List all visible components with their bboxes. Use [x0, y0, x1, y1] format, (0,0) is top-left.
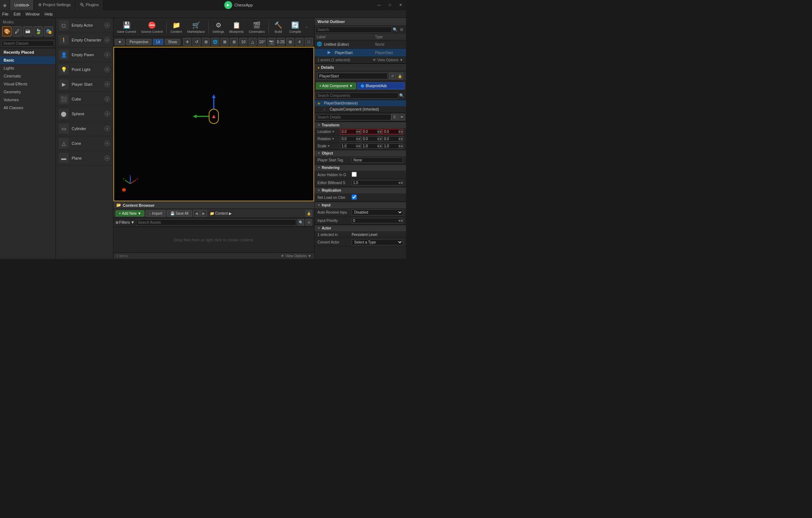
comp-search-icon[interactable]: 🔍: [398, 92, 405, 99]
add-cone-btn[interactable]: +: [104, 140, 110, 146]
tab-untitled[interactable]: Untitled•: [10, 0, 34, 10]
grid-size[interactable]: 10: [239, 38, 247, 46]
comp-item-playerstart[interactable]: ◈ PlayerStart(Instance): [315, 100, 406, 106]
maximize-viewport-btn[interactable]: □: [305, 38, 313, 46]
det-filter-icon[interactable]: ☰: [391, 114, 398, 120]
mode-place[interactable]: 🎨: [2, 26, 12, 36]
tab-project-settings[interactable]: ⚙ Project Settings: [34, 0, 75, 10]
place-item-point-light[interactable]: 💡 Point Light +: [56, 62, 113, 77]
cb-settings-btn[interactable]: ⚙: [306, 219, 312, 225]
rotate-icon[interactable]: ↺: [193, 38, 200, 46]
auto-receive-select[interactable]: Disabled: [352, 209, 403, 215]
source-control-button[interactable]: ⛔ Source Control: [139, 19, 165, 36]
cb-back-btn[interactable]: ◀: [193, 210, 200, 216]
marketplace-button[interactable]: 🛒 Marketplace: [185, 19, 207, 36]
location-y-spinner[interactable]: ◄►: [377, 129, 382, 134]
input-priority-input[interactable]: [352, 218, 398, 223]
rotation-y-input[interactable]: [362, 137, 377, 141]
triangle-icon[interactable]: △: [249, 38, 257, 46]
build-button[interactable]: 🔨 Build: [270, 19, 287, 36]
scale-icon[interactable]: ⊞: [202, 38, 210, 46]
transform-section-header[interactable]: ▼ Transform: [315, 122, 406, 128]
close-button[interactable]: ✕: [395, 0, 406, 10]
viewport-dropdown-btn[interactable]: ▼: [115, 39, 125, 45]
category-lights[interactable]: Lights: [0, 64, 55, 72]
layers-count[interactable]: 4: [296, 38, 303, 46]
toolbar-expand-button[interactable]: »: [304, 19, 309, 36]
show-btn[interactable]: Show: [165, 39, 180, 45]
input-section-header[interactable]: ▼ Input: [315, 202, 406, 208]
wo-view-options-btn[interactable]: 👁 View Options ▼: [373, 58, 403, 62]
cb-search-btn[interactable]: 🔍: [298, 219, 304, 225]
rotation-y-spinner[interactable]: ◄►: [377, 137, 382, 141]
lit-btn[interactable]: Lit: [153, 39, 163, 45]
menu-file[interactable]: File: [2, 12, 9, 16]
rotation-z-spinner[interactable]: ◄►: [398, 137, 403, 141]
category-basic[interactable]: Basic: [0, 56, 55, 64]
convert-actor-select[interactable]: Select a Type: [352, 239, 403, 245]
scale-z-spinner[interactable]: ◄►: [398, 144, 403, 148]
det-eye-icon[interactable]: 👁: [398, 114, 405, 120]
content-browser-header[interactable]: 📂 Content Browser: [113, 202, 314, 209]
mode-geometry[interactable]: 🎭: [44, 26, 53, 36]
place-item-player-start[interactable]: ▶ Player Start +: [56, 77, 113, 92]
rendering-section-header[interactable]: ▼ Rendering: [315, 164, 406, 171]
wo-row-untitled[interactable]: 🌐 Untitled (Editor) World: [315, 40, 406, 49]
billboard-value-input[interactable]: [352, 180, 398, 185]
search-classes-input[interactable]: [1, 40, 54, 46]
details-refresh-icon[interactable]: ↺: [389, 73, 396, 79]
location-dropdown-icon[interactable]: ▼: [332, 130, 335, 133]
save-current-button[interactable]: 💾 Save Current: [115, 19, 138, 36]
rotation-z-input[interactable]: [383, 137, 398, 141]
details-lock-icon[interactable]: 🔒: [397, 73, 403, 79]
place-item-sphere[interactable]: ⬤ Sphere +: [56, 107, 113, 121]
category-volumes[interactable]: Volumes: [0, 96, 55, 104]
save-all-button[interactable]: 💾 Save All: [167, 210, 192, 216]
scale-x-input[interactable]: [340, 144, 356, 148]
location-x-input[interactable]: [340, 129, 356, 134]
import-button[interactable]: ↓ Import: [146, 210, 165, 216]
tab-plugins[interactable]: 🔌 Plugins: [75, 0, 103, 10]
cinematics-button[interactable]: 🎬 Cinematics: [247, 19, 267, 36]
location-z-spinner[interactable]: ◄►: [398, 129, 403, 134]
scale-y-input[interactable]: [362, 144, 377, 148]
perspective-btn[interactable]: Perspective: [126, 39, 152, 45]
cb-lock-btn[interactable]: 🔒: [306, 210, 312, 216]
scale-x-spinner[interactable]: ◄►: [356, 144, 360, 148]
add-sphere-btn[interactable]: +: [104, 111, 110, 117]
location-z-input[interactable]: [383, 129, 398, 134]
wo-row-playerstart[interactable]: ▶ PlayerStart PlayerStart: [315, 49, 406, 57]
replication-section-header[interactable]: ▼ Replication: [315, 187, 406, 193]
net-load-checkbox[interactable]: [352, 195, 357, 200]
wo-search-icon[interactable]: 🔍: [392, 26, 398, 33]
add-empty-character-btn[interactable]: +: [104, 37, 110, 43]
camera-speed-icon[interactable]: 📷: [267, 38, 275, 46]
details-name-input[interactable]: [317, 73, 388, 79]
billboard-spinner[interactable]: ◄►: [398, 181, 403, 184]
world-icon[interactable]: 🌐: [211, 38, 219, 46]
wo-settings-icon[interactable]: ⚙: [398, 26, 405, 33]
scale-y-spinner[interactable]: ◄►: [377, 144, 382, 148]
scale-dropdown-icon[interactable]: ▼: [327, 144, 330, 148]
rotation-x-spinner[interactable]: ◄►: [356, 137, 360, 141]
category-cinematic[interactable]: Cinematic: [0, 72, 55, 80]
location-y-input[interactable]: [362, 129, 377, 134]
translate-icon[interactable]: ✛: [183, 38, 191, 46]
angle-size[interactable]: 10°: [258, 38, 266, 46]
search-assets-input[interactable]: [136, 219, 296, 225]
maximize-button[interactable]: □: [384, 0, 395, 10]
actor-section-header[interactable]: ▼ Actor: [315, 225, 406, 231]
add-component-button[interactable]: + Add Component ▼: [316, 82, 356, 89]
category-visual-effects[interactable]: Visual Effects: [0, 80, 55, 88]
world-outliner-search[interactable]: [316, 27, 392, 33]
category-recently-placed[interactable]: Recently Placed: [0, 48, 55, 56]
add-point-light-btn[interactable]: +: [104, 67, 110, 72]
scale-z-input[interactable]: [383, 144, 398, 148]
place-item-cone[interactable]: △ Cone +: [56, 136, 113, 151]
category-geometry[interactable]: Geometry: [0, 88, 55, 96]
mode-landscape[interactable]: 🏔: [23, 26, 32, 36]
player-start-tag-input[interactable]: [352, 157, 403, 163]
add-plane-btn[interactable]: +: [104, 155, 110, 161]
compile-button[interactable]: 🔄 Compile: [287, 19, 303, 36]
blueprint-button[interactable]: 🔷 Blueprint/Adc: [357, 82, 405, 89]
